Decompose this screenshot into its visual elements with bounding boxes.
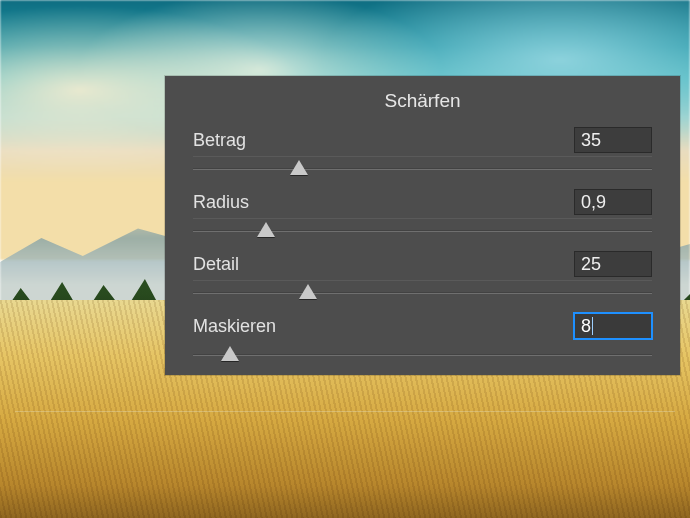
slider-thumb-masking[interactable] [221,346,239,361]
input-masking[interactable]: 8 [574,313,652,339]
row-radius: Radius 0,9 [193,188,652,250]
input-amount[interactable]: 35 [574,127,652,153]
panel-title: Schärfen [193,90,652,112]
slider-detail[interactable] [193,282,652,304]
slider-thumb-amount[interactable] [290,160,308,175]
row-detail: Detail 25 [193,250,652,312]
input-detail[interactable]: 25 [574,251,652,277]
row-amount: Betrag 35 [193,126,652,188]
slider-masking[interactable] [193,344,652,366]
slider-thumb-radius[interactable] [257,222,275,237]
label-radius: Radius [193,192,249,213]
label-amount: Betrag [193,130,246,151]
input-radius[interactable]: 0,9 [574,189,652,215]
row-masking: Maskieren 8 [193,312,652,374]
label-detail: Detail [193,254,239,275]
slider-radius[interactable] [193,220,652,242]
slider-amount[interactable] [193,158,652,180]
label-masking: Maskieren [193,316,276,337]
sharpen-panel: Schärfen Betrag 35 Radius 0,9 Detail 25 [165,76,680,375]
slider-thumb-detail[interactable] [299,284,317,299]
